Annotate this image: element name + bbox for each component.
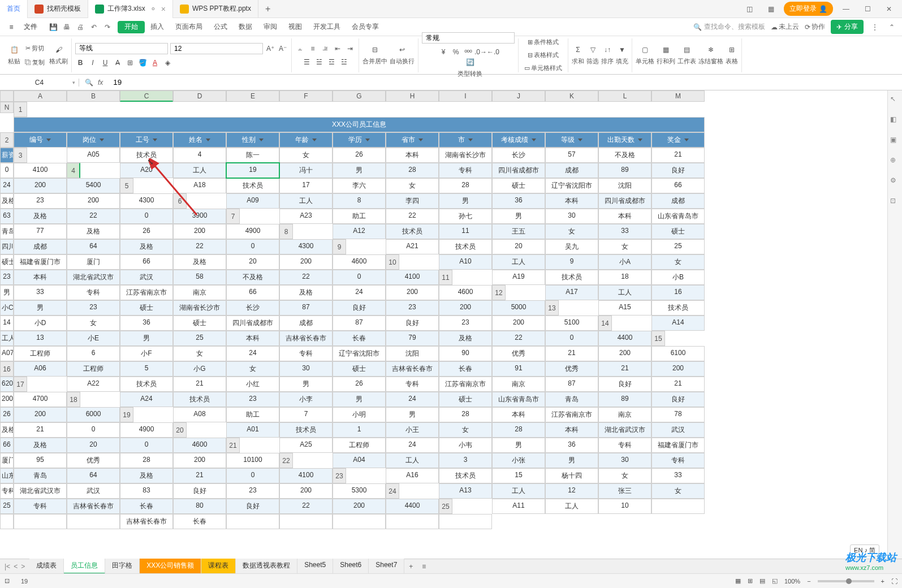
cell[interactable]: 200 [492,315,545,331]
cell[interactable]: 南京 [598,407,651,422]
align-mid-icon[interactable]: ≡ [308,44,318,54]
sheet-tab[interactable]: 课程表 [201,559,236,574]
percent-icon[interactable]: % [451,47,461,57]
column-header[interactable]: E [226,90,279,102]
cell[interactable]: 4900 [226,224,279,239]
cell[interactable]: 男 [439,193,492,209]
cell[interactable]: 5300 [333,483,386,499]
cell[interactable]: 及格 [279,285,333,300]
formula-input[interactable] [109,78,902,87]
cell[interactable]: 80 [173,499,226,514]
cell[interactable]: 200 [173,453,226,468]
sidebar-more-icon[interactable]: ⊡ [890,197,900,207]
cell[interactable]: 优秀 [545,361,598,377]
cell[interactable]: 66 [120,254,173,270]
cell[interactable]: 优秀 [67,453,120,468]
cell[interactable]: 30 [598,453,651,468]
cell[interactable]: 200 [279,483,333,499]
column-header[interactable]: L [598,90,651,102]
cell[interactable]: 4100 [279,468,333,483]
column-header[interactable]: J [492,90,545,102]
rowcol-icon[interactable]: ▦ [661,45,671,55]
cell[interactable]: 3900 [173,209,226,224]
cell[interactable]: 0 [226,468,279,483]
cell[interactable]: 小E [67,331,120,346]
cell[interactable]: A23 [279,209,333,224]
ribbon-tab-view[interactable]: 视图 [283,18,308,36]
cell[interactable]: 工人 [492,254,545,270]
cell[interactable]: 硕士 [439,392,492,407]
table-header[interactable]: 性别 [226,132,279,148]
cell[interactable]: 工人 [279,193,333,209]
cell[interactable]: 女 [173,346,226,361]
cell[interactable]: 武汉 [651,422,705,438]
search-command[interactable]: 🔍 查找命令、搜索模板 [693,22,765,32]
cell[interactable]: 1 [333,422,386,438]
cell[interactable]: 26 [120,224,173,239]
cell[interactable]: 4100 [386,270,439,285]
cell[interactable]: 及格 [0,193,14,209]
cell[interactable]: 20 [492,239,545,254]
cell[interactable]: 4600 [333,254,386,270]
cell[interactable]: 21 [598,361,651,377]
new-tab-button[interactable]: + [258,4,277,14]
currency-icon[interactable]: ¥ [438,47,448,57]
cell[interactable]: 山东省青岛市 [651,209,705,224]
cell[interactable]: 江苏省南京市 [545,407,598,422]
cell[interactable]: 青岛 [0,224,14,239]
cell[interactable]: 4900 [120,422,173,438]
cell[interactable]: 成都 [279,315,333,331]
cell[interactable]: 26 [333,377,386,392]
cell[interactable]: 吉林省长春市 [120,514,173,529]
zoom-value[interactable]: 100% [784,578,800,585]
cell[interactable]: 及格 [120,239,173,254]
cell[interactable]: 58 [173,270,226,285]
cell[interactable]: 0 [0,163,14,178]
copy-button[interactable]: ⿻ 复制 [23,57,47,68]
print-direct-icon[interactable]: 🖶 [61,21,72,33]
worksheet-icon[interactable]: ▤ [682,45,692,55]
cell[interactable]: 技术员 [386,224,439,239]
cell[interactable]: 王五 [492,224,545,239]
cell[interactable]: 不及格 [226,270,279,285]
cell[interactable]: A11 [492,499,545,514]
cell[interactable] [333,514,386,529]
cell[interactable]: 工人 [545,499,598,514]
border-icon[interactable]: ⊞ [125,58,135,68]
cell[interactable]: 良好 [173,483,226,499]
column-header[interactable]: G [333,90,386,102]
cell[interactable]: A08 [173,407,226,422]
format-painter-icon[interactable]: 🖌 [54,45,64,55]
cell[interactable]: 91 [492,361,545,377]
cell[interactable]: 陈一 [226,148,279,163]
table-header[interactable]: 等级 [545,132,598,148]
cell[interactable]: 本科 [14,270,67,285]
cell[interactable]: 83 [120,483,173,499]
cell[interactable]: 22 [173,239,226,254]
table-tools-icon[interactable]: ⊞ [727,45,737,55]
cell[interactable]: 及格 [67,224,120,239]
ribbon-tab-formula[interactable]: 公式 [208,18,233,36]
column-header[interactable]: F [279,90,333,102]
cell[interactable]: 66 [651,178,705,193]
cell[interactable]: 长春 [120,499,173,514]
cell[interactable]: 25 [651,239,705,254]
cell[interactable]: 200 [14,178,67,193]
cell[interactable]: 辽宁省沈阳市 [333,346,386,361]
cell[interactable]: 长春 [439,361,492,377]
cell[interactable]: 89 [598,163,651,178]
column-header[interactable]: M [651,90,705,102]
ribbon-tab-dev[interactable]: 开发工具 [308,18,346,36]
cell[interactable]: 南京 [492,377,545,392]
appearance-icon[interactable]: ◫ [741,1,758,18]
table-header[interactable]: 编号 [14,132,67,148]
cell[interactable]: 66 [0,438,14,453]
sort-icon[interactable]: ↓↑ [602,45,612,55]
row-header[interactable]: 1 [14,102,27,117]
cell[interactable]: 湖南省长沙市 [439,148,492,163]
home-tab[interactable]: 首页 [0,0,28,18]
close-button[interactable]: ✕ [881,1,897,18]
row-header[interactable]: 4 [67,163,80,178]
cell[interactable]: 22 [279,270,333,285]
cell[interactable]: 沈阳 [386,346,439,361]
